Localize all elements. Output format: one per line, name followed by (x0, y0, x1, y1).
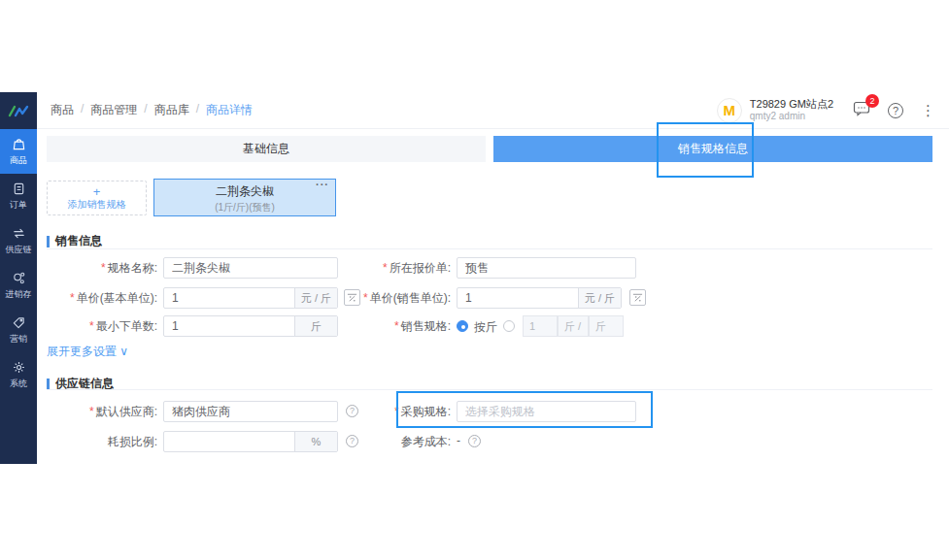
plus-icon: + (93, 185, 101, 198)
inventory-nodes-icon (12, 271, 26, 285)
sidebar-item-label: 系统 (10, 378, 27, 390)
breadcrumb-goods-detail: 商品详情 (206, 102, 253, 118)
loss-ratio-group: % (163, 431, 338, 452)
more-menu-button[interactable]: ⋮ (921, 102, 935, 119)
purchase-spec-input[interactable] (457, 401, 636, 422)
tab-basic-info[interactable]: 基础信息 (47, 136, 486, 162)
unit-price-base-label: *单价(基本单位): (27, 290, 157, 307)
sidebar-item-label: 订单 (10, 199, 27, 212)
avatar[interactable]: M (717, 98, 742, 123)
avatar-letter: M (724, 102, 736, 118)
app-window: 商品 订单 供应链 进销存 (0, 0, 949, 560)
order-doc-icon (12, 181, 26, 196)
system-gear-icon (12, 360, 26, 375)
reference-cost-help-icon[interactable]: ? (468, 435, 481, 447)
alt-spec-unit2-box: 斤 (589, 315, 624, 337)
account-role: qmty2 admin (750, 111, 833, 122)
min-order-input[interactable] (164, 316, 294, 336)
radio-by-jin-label: 按斤 (474, 319, 497, 336)
message-count-badge: 2 (865, 94, 879, 108)
unit-price-sale-label: *单价(销售单位): (334, 290, 451, 307)
unit-price-base-group: 元 / 斤 (163, 287, 338, 309)
brand-logo-icon (0, 92, 37, 129)
spec-card-menu-button[interactable]: ··· (316, 179, 329, 190)
quote-sheet-input[interactable] (457, 257, 636, 279)
sales-info-section-header: 销售信息 (47, 233, 102, 249)
reference-cost-value: - (457, 434, 460, 447)
breadcrumb: 商品 / 商品管理 / 商品库 / 商品详情 (51, 102, 253, 118)
account-name: T29829 GM站点2 (750, 98, 833, 111)
loss-ratio-unit: % (294, 432, 337, 451)
sidebar-item-label: 营销 (10, 333, 27, 346)
default-supplier-input[interactable] (163, 401, 338, 422)
sales-info-title: 销售信息 (55, 233, 102, 249)
add-sales-spec-button[interactable]: + 添加销售规格 (47, 181, 147, 215)
help-button[interactable]: ? (888, 103, 903, 118)
loss-ratio-label: 耗损比例: (27, 434, 157, 450)
unit-price-sale-unit: 元 / 斤 (578, 288, 621, 308)
breadcrumb-goods-management[interactable]: 商品管理 (90, 102, 137, 118)
question-icon: ? (893, 105, 898, 116)
spec-name-input[interactable] (163, 257, 338, 279)
account-area[interactable]: M T29829 GM站点2 qmty2 admin (717, 98, 833, 123)
sale-spec-label: *销售规格: (334, 318, 451, 335)
kebab-icon: ⋮ (921, 102, 935, 118)
quote-sheet-label: *所在报价单: (334, 260, 451, 277)
section-divider (47, 389, 932, 390)
reference-cost-label: 参考成本: (334, 434, 451, 450)
radio-by-piece[interactable] (503, 320, 515, 332)
section-accent-bar (47, 236, 50, 247)
marketing-tag-icon (12, 315, 26, 330)
top-icon-cluster: 2 ? ⋮ (853, 101, 935, 120)
goods-bag-icon (12, 137, 26, 151)
breadcrumb-goods[interactable]: 商品 (51, 102, 74, 118)
min-order-group: 斤 (163, 315, 338, 337)
section-accent-bar (47, 379, 50, 390)
min-order-unit: 斤 (294, 316, 337, 336)
expand-more-settings-link[interactable]: 展开更多设置 ∨ (47, 344, 128, 360)
breadcrumb-goods-library[interactable]: 商品库 (154, 102, 189, 118)
sidebar-item-goods[interactable]: 商品 (0, 129, 37, 174)
unit-price-sale-input[interactable] (458, 288, 578, 308)
supply-chain-arrows-icon (12, 226, 26, 241)
breadcrumb-separator: / (81, 102, 84, 118)
loss-ratio-input[interactable] (164, 432, 294, 451)
sidebar-item-label: 供应链 (6, 244, 32, 256)
account-text: T29829 GM站点2 qmty2 admin (750, 98, 833, 122)
sidebar-item-orders[interactable]: 订单 (0, 174, 37, 218)
default-supplier-label: *默认供应商: (27, 404, 157, 420)
spec-card-subtitle: (1斤/斤)(预售) (154, 201, 335, 214)
unit-price-sale-group: 元 / 斤 (457, 287, 622, 309)
price-ratio-icon[interactable] (629, 289, 646, 306)
unit-price-base-input[interactable] (164, 288, 294, 308)
messages-button[interactable]: 2 (853, 101, 870, 120)
breadcrumb-separator: / (144, 102, 147, 118)
alt-spec-unit1-box: 斤 / (558, 315, 589, 337)
sidebar-item-supply-chain[interactable]: 供应链 (0, 218, 37, 263)
spec-card-selected[interactable]: 二荆条尖椒 (1斤/斤)(预售) ··· (153, 179, 336, 216)
tab-sales-spec-info[interactable]: 销售规格信息 (493, 136, 932, 162)
sidebar-item-system[interactable]: 系统 (0, 352, 37, 397)
add-sales-spec-label: 添加销售规格 (68, 198, 126, 211)
min-order-label: *最小下单数: (27, 318, 157, 335)
section-divider (47, 248, 932, 249)
unit-price-base-unit: 元 / 斤 (294, 288, 337, 308)
radio-by-jin[interactable] (457, 320, 468, 332)
spec-name-label: *规格名称: (27, 260, 157, 277)
purchase-spec-label: *采购规格: (334, 404, 451, 420)
top-bar: 商品 / 商品管理 / 商品库 / 商品详情 M T29829 GM站点2 qm… (37, 92, 949, 129)
chevron-down-icon: ∨ (119, 345, 128, 358)
spec-card-title: 二荆条尖椒 (154, 183, 335, 200)
alt-spec-value-box: 1 (523, 315, 558, 337)
sidebar-item-label: 商品 (10, 154, 27, 167)
breadcrumb-separator: / (196, 102, 199, 118)
